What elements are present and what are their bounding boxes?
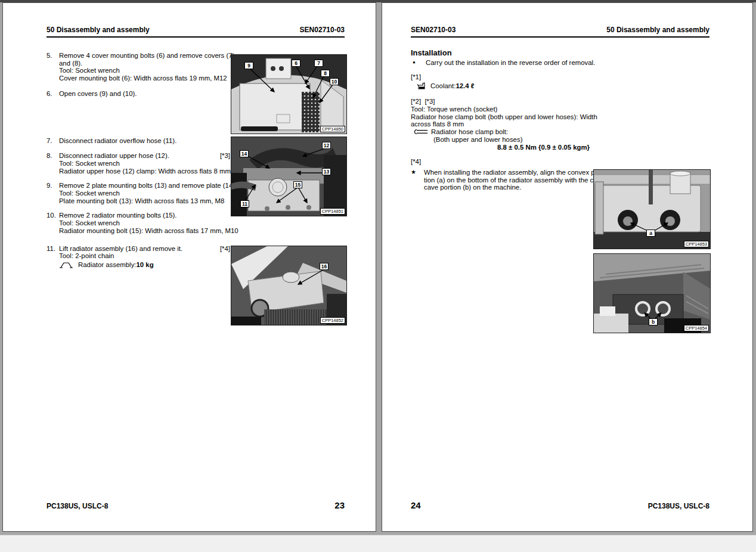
step-text: Remove 2 plate mounting bolts (13) and r…: [59, 182, 237, 190]
step-number: 10.: [47, 212, 59, 219]
step-number: 8.: [47, 152, 59, 160]
step-text: Tool: Socket wrench: [47, 190, 230, 197]
step-text: Tool: Socket wrench: [47, 219, 230, 227]
photo-artwork: [231, 246, 346, 325]
sling-weight-icon: [59, 261, 73, 268]
cross-reference: [*3]: [220, 152, 230, 160]
step-11: 11.Lift radiator assembly (16) and remov…: [47, 245, 230, 269]
note-line: When installing the radiator assembly, a…: [424, 169, 603, 176]
figure-covers-photo: 9 6 7 8 10 CPP14850: [231, 54, 347, 134]
cross-reference: [*4]: [220, 245, 230, 253]
coolant-row: Coolant: 12.4 ℓ: [411, 82, 590, 90]
bullet-icon: ●: [411, 59, 426, 67]
step-7: 7.Disconnect radiator overflow hose (11)…: [47, 137, 230, 145]
coolant-value: 12.4 ℓ: [456, 82, 474, 90]
step-text: Tool: Socket wrench: [47, 67, 230, 75]
section-title: Installation: [411, 49, 590, 57]
figure-upper-hose-photo: 14 12 13 15 11 CPP14851: [231, 137, 347, 216]
step-number: 7.: [47, 137, 59, 145]
callout: 8: [321, 70, 330, 77]
step-text: Cover mounting bolt (6): Width across fl…: [47, 75, 230, 82]
page-header: SEN02710-03 50 Disassembly and assembly: [411, 26, 709, 34]
note-item: ★ When installing the radiator assembly,…: [411, 169, 590, 191]
step-9: 9.Remove 2 plate mounting bolts (13) and…: [47, 182, 230, 204]
header-rule: [411, 36, 709, 38]
step-text: Radiator mounting bolt (15): Width acros…: [47, 227, 230, 235]
note-line: cave portion (b) on the machine.: [424, 184, 603, 191]
step-text: Remove 2 radiator mounting bolts (15).: [59, 212, 177, 219]
photo-id-label: CPP14852: [320, 317, 345, 324]
tool-line: Tool: Torque wrench (socket): [411, 106, 590, 113]
ref-tag: [*1]: [411, 73, 590, 81]
callout: b: [649, 318, 658, 325]
step-6: 6.Open covers (9) and (10).: [47, 90, 230, 98]
step-text: Tool: Socket wrench: [47, 160, 230, 168]
page-24: SEN02710-03 50 Disassembly and assembly …: [382, 2, 753, 532]
step-number: 5.: [47, 52, 59, 60]
header-doc-code: SEN02710-03: [411, 26, 456, 34]
installation-section: Installation ● Carry out the installatio…: [411, 49, 590, 191]
step-text: Tool: 2-point chain: [47, 252, 230, 260]
figure-radiator-bottom-photo: a CPP14853: [593, 169, 711, 249]
photo-id-label: CPP14854: [684, 325, 709, 331]
figure-radiator-assembly-photo: 16 CPP14852: [231, 246, 347, 325]
torque-item-row: Radiator hose clamp bolt:: [411, 128, 590, 136]
callout: 10: [330, 78, 339, 85]
coolant-label: Coolant:: [430, 82, 456, 90]
figure-machine-mount-photo: b CPP14854: [593, 253, 711, 333]
callout: 12: [322, 142, 331, 149]
step-text: and (8).: [47, 60, 230, 67]
step-5: 5.Remove 4 cover mounting bolts (6) and …: [47, 52, 230, 82]
step-text: Open covers (9) and (10).: [59, 90, 137, 98]
step-text: Remove 4 cover mounting bolts (6) and re…: [59, 52, 234, 60]
step-text: Disconnect radiator overflow hose (11).: [59, 137, 176, 145]
page-number: 23: [47, 500, 345, 510]
photo-artwork: [594, 170, 710, 249]
torque-wrench-icon: [413, 129, 429, 135]
note-text: When installing the radiator assembly, a…: [424, 169, 603, 191]
step-list: 5.Remove 4 cover mounting bolts (6) and …: [47, 52, 230, 269]
step-number: 11.: [47, 245, 59, 253]
step-text: Plate mounting bolt (13): Width across f…: [47, 197, 230, 205]
torque-item-sub: (Both upper and lower hoses): [411, 136, 590, 144]
bullet-text: Carry out the installation in the revers…: [426, 59, 595, 67]
step-number: 6.: [47, 90, 59, 98]
photo-id-label: CPP14850: [320, 126, 345, 132]
photo-id-label: CPP14853: [684, 241, 709, 247]
callout: 7: [314, 60, 323, 67]
step-text: Radiator upper hose (12) clamp: Width ac…: [47, 168, 230, 175]
header-rule: [47, 36, 345, 38]
step-text: Lift radiator assembly (16) and remove i…: [59, 245, 182, 253]
torque-value: 8.8 ± 0.5 Nm {0.9 ± 0.05 kgm}: [411, 144, 590, 151]
callout: 9: [244, 62, 253, 69]
callout: 13: [322, 168, 331, 175]
weight-row: Radiator assembly: 10 kg: [47, 261, 230, 269]
callout: 11: [240, 200, 249, 207]
header-doc-code: SEN02710-03: [300, 26, 345, 34]
footer-model: PC138US, USLC-8: [411, 502, 709, 510]
step-text: Disconnect radiator upper hose (12).: [59, 152, 169, 160]
refill-can-icon: [417, 82, 426, 90]
callout: 15: [293, 181, 302, 188]
clamp-spec-line: across flats 8 mm: [411, 120, 590, 128]
note-line: tion (a) on the bottom of the radiator a…: [424, 176, 603, 184]
header-section-title: 50 Disassembly and assembly: [606, 26, 709, 34]
callout: 6: [292, 60, 300, 67]
weight-label: Radiator assembly:: [78, 261, 137, 269]
ref-tag: [*2] [*3]: [411, 98, 590, 106]
callout: 16: [320, 263, 329, 270]
step-number: 9.: [47, 182, 59, 190]
viewer-toolbar: ▼: [0, 535, 756, 552]
star-icon: ★: [411, 169, 424, 191]
step-8: 8.Disconnect radiator upper hose (12).[*…: [47, 152, 230, 175]
ref-tag: [*4]: [411, 158, 590, 166]
callout: 14: [240, 150, 249, 157]
step-10: 10.Remove 2 radiator mounting bolts (15)…: [47, 212, 230, 234]
clamp-spec-line: Radiator hose clamp bolt (both upper and…: [411, 113, 590, 121]
header-section-title: 50 Disassembly and assembly: [47, 26, 150, 34]
callout: a: [646, 230, 655, 237]
page-header: 50 Disassembly and assembly SEN02710-03: [47, 26, 345, 34]
page-23: 50 Disassembly and assembly SEN02710-03 …: [2, 2, 376, 532]
weight-value: 10 kg: [137, 261, 154, 269]
photo-id-label: CPP14851: [320, 208, 345, 215]
